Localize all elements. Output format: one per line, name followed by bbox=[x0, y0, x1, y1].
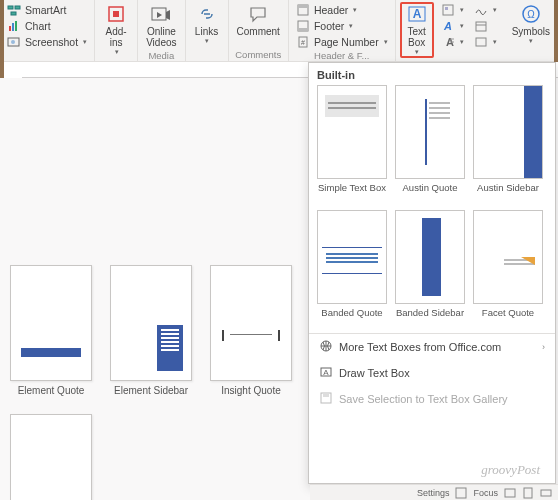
svg-marker-11 bbox=[157, 12, 162, 18]
symbols-group: ΩSymbols▾ bbox=[504, 0, 558, 61]
svg-rect-26 bbox=[476, 22, 486, 31]
svg-rect-28 bbox=[476, 38, 486, 46]
focus-icon[interactable] bbox=[455, 487, 467, 499]
svg-rect-39 bbox=[456, 488, 466, 498]
quick-parts-button[interactable]: ▾ bbox=[438, 2, 467, 18]
status-bar: Settings Focus bbox=[310, 484, 558, 500]
svg-rect-41 bbox=[524, 488, 532, 498]
screenshot-button[interactable]: Screenshot▾ bbox=[4, 34, 90, 50]
footer-icon bbox=[296, 19, 310, 33]
draw-text-box[interactable]: ADraw Text Box bbox=[309, 360, 555, 386]
save-icon bbox=[319, 391, 333, 407]
svg-point-7 bbox=[11, 40, 15, 44]
object-button[interactable]: ▾ bbox=[471, 34, 500, 50]
text-group: AText Box▾ ▾ A▾ A▾ ▾ ▾ bbox=[396, 0, 504, 61]
svg-rect-5 bbox=[15, 21, 17, 31]
dropdown-section-label: Built-in bbox=[309, 63, 555, 85]
gallery-banded-quote[interactable] bbox=[317, 210, 387, 304]
settings-button[interactable]: Settings bbox=[417, 488, 450, 498]
signature-line-button[interactable]: ▾ bbox=[471, 2, 500, 18]
svg-text:#: # bbox=[301, 39, 305, 46]
footer-button[interactable]: Footer▾ bbox=[293, 18, 391, 34]
text-box-gallery-dropdown: Built-in Simple Text Box Austin Quote Au… bbox=[308, 62, 556, 484]
svg-text:Ω: Ω bbox=[527, 9, 535, 20]
view-read-icon[interactable] bbox=[504, 487, 516, 499]
svg-rect-15 bbox=[298, 28, 308, 31]
wordart-icon: A bbox=[441, 19, 455, 33]
media-group-label: Media bbox=[148, 50, 174, 62]
comments-group: Comment Comments bbox=[229, 0, 289, 61]
comments-group-label: Comments bbox=[235, 49, 281, 61]
chart-button[interactable]: Chart bbox=[4, 18, 90, 34]
svg-rect-4 bbox=[12, 23, 14, 31]
svg-text:A: A bbox=[412, 7, 421, 21]
focus-button[interactable]: Focus bbox=[473, 488, 498, 498]
svg-text:A: A bbox=[443, 20, 452, 32]
smartart-button[interactable]: SmartArt bbox=[4, 2, 90, 18]
chevron-right-icon: › bbox=[542, 342, 545, 352]
svg-rect-2 bbox=[11, 12, 16, 15]
addins-group: Add- ins▾ bbox=[95, 0, 138, 61]
wordart-button[interactable]: A▾ bbox=[438, 18, 467, 34]
svg-text:A: A bbox=[323, 368, 329, 377]
svg-rect-40 bbox=[505, 489, 515, 497]
symbols-button[interactable]: ΩSymbols▾ bbox=[508, 2, 554, 47]
view-print-icon[interactable] bbox=[522, 487, 534, 499]
links-group: Links▾ bbox=[186, 0, 229, 61]
thumb-insight-quote[interactable] bbox=[210, 265, 292, 381]
illustrations-partial: SmartArt Chart Screenshot▾ bbox=[0, 0, 95, 61]
header-footer-group: Header▾ Footer▾ #Page Number▾ Header & F… bbox=[289, 0, 396, 61]
svg-rect-38 bbox=[323, 393, 329, 397]
thumb-element-quote[interactable] bbox=[10, 265, 92, 381]
gallery-austin-quote[interactable] bbox=[395, 85, 465, 179]
media-group: Online Videos Media bbox=[138, 0, 185, 61]
page-number-button[interactable]: #Page Number▾ bbox=[293, 34, 391, 50]
object-icon bbox=[474, 35, 488, 49]
text-box-icon: A bbox=[407, 4, 427, 24]
drop-cap-icon: A bbox=[441, 35, 455, 49]
comment-icon bbox=[248, 4, 268, 24]
draw-textbox-icon: A bbox=[319, 365, 333, 381]
date-time-button[interactable] bbox=[471, 18, 500, 34]
comment-button[interactable]: Comment bbox=[233, 2, 284, 39]
header-button[interactable]: Header▾ bbox=[293, 2, 391, 18]
smartart-icon bbox=[7, 3, 21, 17]
links-button[interactable]: Links▾ bbox=[190, 2, 224, 47]
gallery-thumbs: Element Quote Element Sidebar Insight Qu… bbox=[10, 265, 310, 500]
thumb-element-sidebar[interactable] bbox=[110, 265, 192, 381]
signature-icon bbox=[474, 3, 488, 17]
svg-rect-9 bbox=[113, 11, 119, 17]
quick-parts-icon bbox=[441, 3, 455, 17]
header-footer-group-label: Header & F... bbox=[314, 50, 369, 62]
screenshot-icon bbox=[7, 35, 21, 49]
more-text-boxes-office[interactable]: More Text Boxes from Office.com› bbox=[309, 334, 555, 360]
svg-rect-42 bbox=[541, 490, 551, 496]
video-icon bbox=[150, 4, 172, 24]
link-icon bbox=[197, 4, 217, 24]
gallery-simple-text-box[interactable] bbox=[317, 85, 387, 179]
page-number-icon: # bbox=[296, 35, 310, 49]
addins-icon bbox=[106, 4, 126, 24]
watermark: groovyPost bbox=[481, 462, 540, 478]
gallery-facet-quote[interactable] bbox=[473, 210, 543, 304]
save-to-gallery: Save Selection to Text Box Gallery bbox=[309, 386, 555, 412]
view-web-icon[interactable] bbox=[540, 487, 552, 499]
gallery-austin-sidebar[interactable] bbox=[473, 85, 543, 179]
header-icon bbox=[296, 3, 310, 17]
thumb-insight-sidebar[interactable] bbox=[10, 414, 92, 500]
gallery-banded-sidebar[interactable] bbox=[395, 210, 465, 304]
svg-rect-13 bbox=[298, 5, 308, 8]
chart-icon bbox=[7, 19, 21, 33]
online-videos-button[interactable]: Online Videos bbox=[142, 2, 180, 50]
svg-rect-21 bbox=[445, 7, 448, 10]
text-box-button[interactable]: AText Box▾ bbox=[400, 2, 434, 58]
globe-icon bbox=[319, 339, 333, 355]
symbols-icon: Ω bbox=[521, 4, 541, 24]
date-icon bbox=[474, 19, 488, 33]
drop-cap-button[interactable]: A▾ bbox=[438, 34, 467, 50]
addins-button[interactable]: Add- ins▾ bbox=[99, 2, 133, 58]
svg-rect-3 bbox=[9, 26, 11, 31]
svg-rect-0 bbox=[8, 6, 13, 9]
svg-rect-1 bbox=[15, 6, 20, 9]
ribbon: SmartArt Chart Screenshot▾ Add- ins▾ Onl… bbox=[0, 0, 558, 62]
